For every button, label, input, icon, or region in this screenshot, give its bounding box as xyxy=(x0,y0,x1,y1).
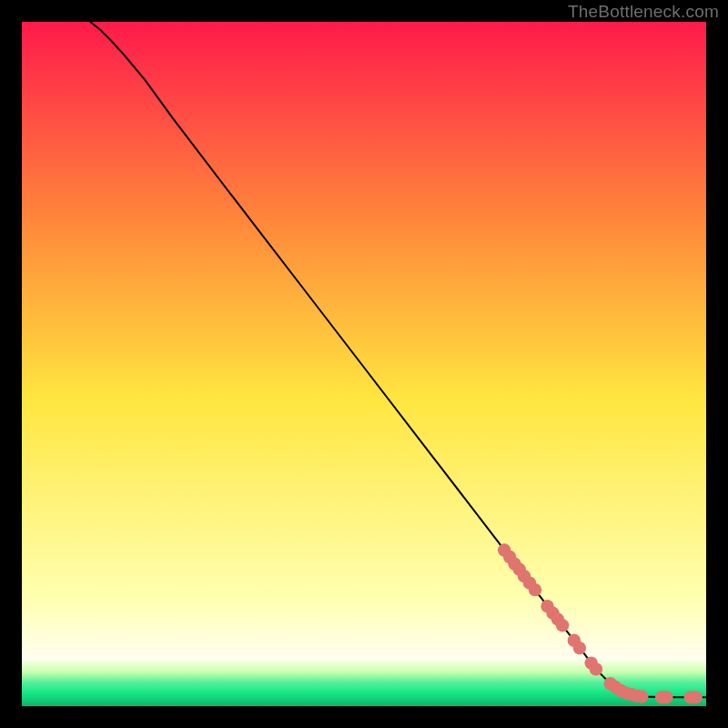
chart-frame: TheBottleneck.com xyxy=(0,0,728,728)
data-marker xyxy=(529,583,541,596)
data-marker xyxy=(635,690,648,703)
data-marker xyxy=(690,691,703,703)
data-marker xyxy=(660,691,672,703)
chart-plot xyxy=(22,22,706,706)
data-marker xyxy=(573,642,586,654)
attribution-text: TheBottleneck.com xyxy=(568,2,719,22)
gradient-background xyxy=(22,22,706,706)
data-marker xyxy=(590,662,602,675)
data-marker xyxy=(556,619,569,632)
